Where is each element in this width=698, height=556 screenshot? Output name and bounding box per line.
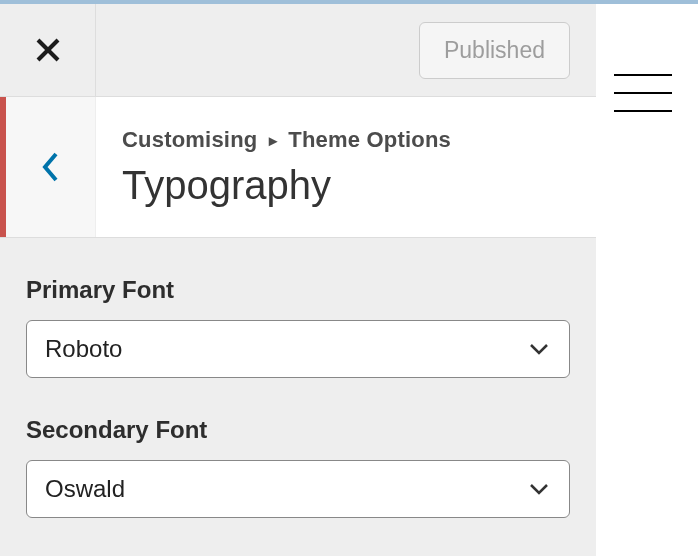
breadcrumb: Customising ▸ Theme Options [122,127,570,153]
panel-heading-row: Customising ▸ Theme Options Typography [0,97,596,238]
primary-font-label: Primary Font [26,276,570,304]
close-icon [34,36,62,64]
hamburger-menu-button[interactable] [614,74,672,112]
breadcrumb-root: Customising [122,127,257,152]
publish-status-label: Published [444,37,545,63]
back-button[interactable] [6,97,96,237]
publish-status-button[interactable]: Published [419,22,570,79]
panel-toolbar: Published [0,4,596,97]
chevron-down-icon [527,477,551,501]
chevron-left-icon [40,150,62,184]
chevron-down-icon [527,337,551,361]
controls-area: Primary Font Roboto Secondary Font Oswal… [0,238,596,556]
panel-heading-text: Customising ▸ Theme Options Typography [96,97,596,237]
hamburger-line-icon [614,110,672,112]
hamburger-line-icon [614,74,672,76]
main-container: Published Customising ▸ Theme Options Ty… [0,4,698,556]
preview-area [596,4,698,556]
hamburger-line-icon [614,92,672,94]
page-title: Typography [122,163,570,208]
primary-font-value: Roboto [45,335,527,363]
secondary-font-select[interactable]: Oswald [26,460,570,518]
secondary-font-label: Secondary Font [26,416,570,444]
primary-font-group: Primary Font Roboto [26,276,570,378]
breadcrumb-separator-icon: ▸ [269,132,277,149]
close-button[interactable] [0,4,96,96]
customizer-panel: Published Customising ▸ Theme Options Ty… [0,4,596,556]
primary-font-select[interactable]: Roboto [26,320,570,378]
breadcrumb-section: Theme Options [288,127,451,152]
secondary-font-group: Secondary Font Oswald [26,416,570,518]
publish-area: Published [96,4,596,96]
secondary-font-value: Oswald [45,475,527,503]
